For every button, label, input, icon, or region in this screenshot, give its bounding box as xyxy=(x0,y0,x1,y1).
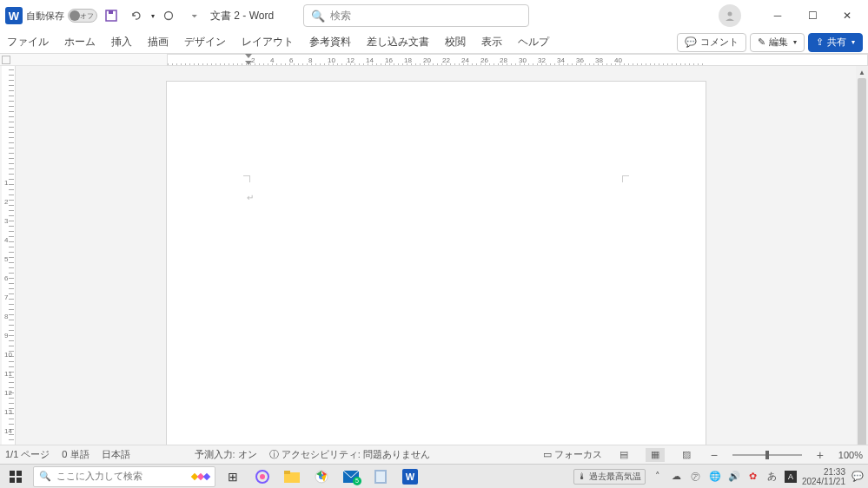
web-layout-button[interactable]: ▨ xyxy=(677,448,696,462)
predictive-input-status[interactable]: 予測入力: オン xyxy=(195,448,257,461)
accessibility-icon: ⓘ xyxy=(269,448,279,461)
comment-icon: 💬 xyxy=(685,36,697,48)
task-view-button[interactable]: ⊞ xyxy=(221,466,245,487)
security-icon[interactable]: ✿ xyxy=(746,470,760,484)
svg-rect-6 xyxy=(10,478,15,483)
notes-icon[interactable] xyxy=(368,466,393,487)
ime-mode-icon[interactable]: あ xyxy=(765,470,779,484)
qat-customize[interactable]: ⏷ xyxy=(191,12,198,20)
tab-references[interactable]: 参考資料 xyxy=(308,31,353,53)
language-status[interactable]: 日本語 xyxy=(102,448,130,461)
word-app-icon: W xyxy=(5,7,23,24)
mail-badge: 5 xyxy=(353,477,361,485)
share-button[interactable]: ⇪ 共有 ▾ xyxy=(808,33,863,52)
taskbar-search[interactable]: 🔍 ここに入力して検索 xyxy=(33,466,215,487)
sparkle-icon xyxy=(192,474,209,479)
volume-icon[interactable]: 🔊 xyxy=(727,470,741,484)
comments-button[interactable]: 💬 コメント xyxy=(677,33,746,52)
notifications-icon[interactable]: 💬 xyxy=(851,470,865,484)
autosave-label: 自動保存 xyxy=(26,10,64,23)
zoom-out-button[interactable]: − xyxy=(708,448,720,462)
weather-icon: 🌡 xyxy=(578,472,586,481)
svg-point-2 xyxy=(165,12,173,20)
scroll-up-button[interactable]: ▲ xyxy=(856,66,868,78)
svg-rect-11 xyxy=(284,471,290,474)
weather-widget[interactable]: 🌡 過去最高気温 xyxy=(573,469,646,485)
read-mode-button[interactable]: ▤ xyxy=(614,448,633,462)
print-layout-button[interactable]: ▦ xyxy=(646,448,665,462)
tray-chevron-icon[interactable]: ˄ xyxy=(651,470,665,484)
share-icon: ⇪ xyxy=(816,36,824,48)
zoom-in-button[interactable]: + xyxy=(814,448,826,462)
svg-rect-16 xyxy=(376,472,385,482)
horizontal-ruler[interactable]: 246810121416182022242628303234363840 xyxy=(0,54,868,66)
paragraph-mark: ↵ xyxy=(247,193,254,202)
tab-help[interactable]: ヘルプ xyxy=(516,31,551,53)
ime-icon[interactable]: ㋐ xyxy=(689,470,703,484)
vertical-ruler[interactable]: 12345678910111213141516 xyxy=(2,66,16,462)
ribbon-tabs: ファイル ホーム 挿入 描画 デザイン レイアウト 参考資料 差し込み文書 校閲… xyxy=(0,31,868,54)
save-button[interactable] xyxy=(101,5,122,26)
svg-point-9 xyxy=(260,474,265,479)
system-tray: 🌡 過去最高気温 ˄ ☁ ㋐ 🌐 🔊 ✿ あ A 21:33 2024/11/2… xyxy=(573,467,865,486)
windows-taskbar: 🔍 ここに入力して検索 ⊞ 5 W 🌡 過去最高気温 ˄ ☁ ㋐ 🌐 🔊 ✿ あ… xyxy=(0,464,868,488)
undo-dropdown[interactable]: ▾ xyxy=(151,12,155,20)
margin-corner xyxy=(622,175,629,182)
input-indicator-icon[interactable]: A xyxy=(785,471,797,483)
copilot-icon[interactable] xyxy=(250,466,275,487)
undo-button[interactable] xyxy=(125,5,146,26)
tab-design[interactable]: デザイン xyxy=(182,31,228,53)
edit-mode-button[interactable]: ✎ 編集 ▾ xyxy=(750,33,805,52)
tab-draw[interactable]: 描画 xyxy=(146,31,170,53)
onedrive-icon[interactable]: ☁ xyxy=(670,470,684,484)
margin-corner xyxy=(243,175,250,182)
tab-insert[interactable]: 挿入 xyxy=(109,31,134,53)
accessibility-status[interactable]: ⓘ アクセシビリティ: 問題ありません xyxy=(269,448,430,461)
document-page[interactable]: ↵ xyxy=(167,82,706,462)
mail-icon[interactable]: 5 xyxy=(339,466,363,487)
document-title: 文書 2 - Word xyxy=(210,9,274,23)
document-workspace: 12345678910111213141516 ↵ xyxy=(0,66,856,462)
scroll-thumb[interactable] xyxy=(858,78,866,450)
status-bar: 1/1 ページ 0 単語 日本語 予測入力: オン ⓘ アクセシビリティ: 問題… xyxy=(0,445,868,464)
svg-rect-1 xyxy=(109,10,113,14)
svg-point-3 xyxy=(728,12,732,16)
clock[interactable]: 21:33 2024/11/21 xyxy=(802,467,845,486)
focus-mode-button[interactable]: ▭ フォーカス xyxy=(543,448,602,461)
search-icon: 🔍 xyxy=(39,471,51,482)
pencil-icon: ✎ xyxy=(758,36,765,48)
search-placeholder: 検索 xyxy=(330,9,351,23)
search-icon: 🔍 xyxy=(311,10,325,23)
zoom-level[interactable]: 100% xyxy=(838,450,863,460)
svg-rect-7 xyxy=(17,478,22,483)
tab-layout[interactable]: レイアウト xyxy=(240,31,295,53)
vertical-scrollbar[interactable]: ▲ ▼ xyxy=(856,66,868,462)
close-button[interactable]: ✕ xyxy=(832,0,863,31)
svg-rect-5 xyxy=(17,471,22,476)
tab-selector[interactable] xyxy=(2,56,10,64)
start-button[interactable] xyxy=(3,466,28,487)
chevron-down-icon: ▾ xyxy=(793,38,797,46)
tab-file[interactable]: ファイル xyxy=(5,31,50,53)
redo-button[interactable] xyxy=(158,5,179,26)
autosave-toggle[interactable]: オフ xyxy=(68,9,97,23)
word-count[interactable]: 0 単語 xyxy=(62,448,89,461)
minimize-button[interactable]: ─ xyxy=(762,0,793,31)
chevron-down-icon: ▾ xyxy=(851,38,855,46)
network-icon[interactable]: 🌐 xyxy=(708,470,722,484)
tab-mailings[interactable]: 差し込み文書 xyxy=(365,31,431,53)
tab-review[interactable]: 校閲 xyxy=(443,31,467,53)
chrome-icon[interactable] xyxy=(309,466,334,487)
zoom-slider[interactable] xyxy=(732,454,802,456)
page-count[interactable]: 1/1 ページ xyxy=(5,448,50,461)
user-account-button[interactable] xyxy=(719,4,741,27)
file-explorer-icon[interactable] xyxy=(280,466,304,487)
tab-home[interactable]: ホーム xyxy=(63,31,97,53)
maximize-button[interactable]: ☐ xyxy=(797,0,828,31)
search-box[interactable]: 🔍 検索 xyxy=(303,4,529,27)
tab-view[interactable]: 表示 xyxy=(480,31,504,53)
svg-rect-4 xyxy=(10,471,15,476)
title-bar: W 自動保存 オフ ▾ ⏷ 文書 2 - Word 🔍 検索 ─ ☐ ✕ xyxy=(0,0,868,31)
word-taskbar-icon[interactable]: W xyxy=(398,466,422,487)
focus-icon: ▭ xyxy=(543,449,552,460)
